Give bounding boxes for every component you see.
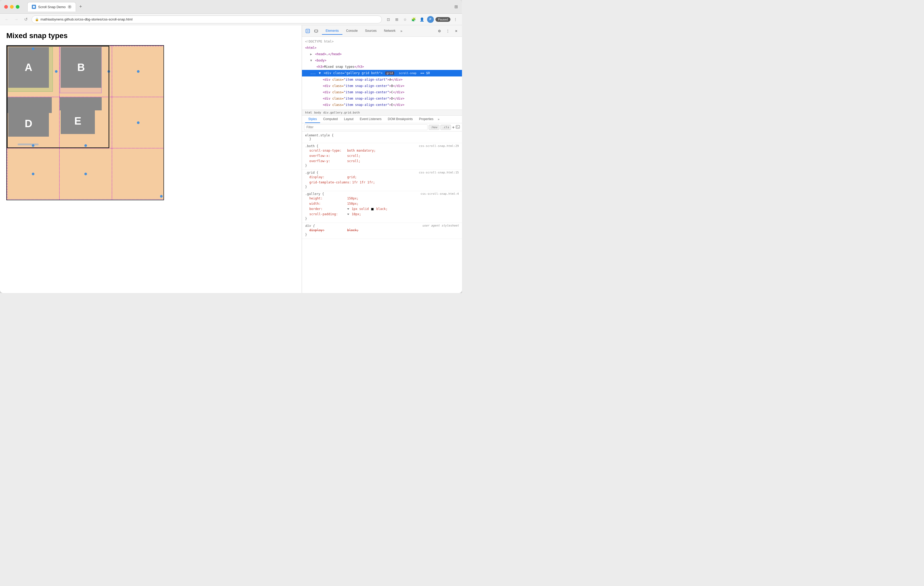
tab-console[interactable]: Console <box>342 27 361 35</box>
style-tabs-more[interactable]: » <box>437 117 439 121</box>
dt-right-controls: ⚙ ⋮ × <box>436 27 460 35</box>
dom-tree: <!DOCTYPE html> <html> ▶ <head>…</head> … <box>302 37 462 110</box>
css-prop-display-grid[interactable]: display: grid; <box>305 175 459 180</box>
filter-aa-button[interactable] <box>456 125 460 130</box>
profile-icon[interactable]: 👤 <box>419 16 426 23</box>
css-rule-both: .both { css-scroll-snap.html:29 scroll-s… <box>302 143 462 170</box>
dom-line-item-c[interactable]: <div class="item snap-align-center">C</d… <box>302 89 462 96</box>
filter-cls-button[interactable]: .cls <box>441 125 451 130</box>
css-rule-selector[interactable]: element.style { <box>305 134 459 137</box>
snap-dot-i-bottom-right <box>160 195 163 198</box>
tab-sources[interactable]: Sources <box>361 27 380 35</box>
css-prop-border[interactable]: border: 1px solid black; <box>305 206 459 211</box>
reload-button[interactable]: ↺ <box>22 16 30 23</box>
css-prop-scroll-snap-type[interactable]: scroll-snap-type: both mandatory; <box>305 148 459 153</box>
filter-bar: :hov .cls + <box>302 123 462 131</box>
css-prop-overflow-y[interactable]: overflow-y: scroll; <box>305 158 459 164</box>
style-tabs: Styles Computed Layout Event Listeners D… <box>302 116 462 123</box>
tab-title: Scroll Snap Demo <box>38 5 66 9</box>
tab-elements[interactable]: Elements <box>322 27 342 35</box>
css-prop-width[interactable]: width: 150px; <box>305 201 459 206</box>
tab-network[interactable]: Network <box>380 27 399 35</box>
item-a-label: A <box>8 47 49 88</box>
dom-line-doctype[interactable]: <!DOCTYPE html> <box>302 38 462 45</box>
dom-line-html[interactable]: <html> <box>302 45 462 51</box>
dom-line-item-b[interactable]: <div class="item snap-align-center">B</d… <box>302 83 462 89</box>
css-prop-overflow-x[interactable]: overflow-x: scroll; <box>305 153 459 158</box>
svg-rect-2 <box>307 30 309 32</box>
tab-layout[interactable]: Layout <box>341 116 356 123</box>
dt-toolbar: Elements Console Sources Network » ⚙ ⋮ × <box>302 25 462 37</box>
snap-item-h <box>59 148 112 200</box>
snap-dot-f-center <box>137 121 140 124</box>
dom-line-body[interactable]: ▼ <body> <box>302 57 462 64</box>
css-prop-grid-template[interactable]: grid-template-columns: 1fr 1fr 1fr; <box>305 180 459 185</box>
profile-avatar[interactable]: P <box>427 16 434 23</box>
tab-close-button[interactable]: × <box>68 5 71 9</box>
tab-properties[interactable]: Properties <box>416 116 437 123</box>
snap-dot-a-right <box>55 70 58 73</box>
new-tab-button[interactable]: + <box>77 3 84 10</box>
dom-line-gallery[interactable]: ... ▼ <div class="gallery grid both"> gr… <box>302 70 462 76</box>
close-traffic-light[interactable] <box>4 5 8 9</box>
css-rule-element-style: element.style { } <box>302 132 462 143</box>
inspector-tool-button[interactable] <box>304 27 312 35</box>
dt-tab-bar: Elements Console Sources Network » <box>322 27 403 35</box>
minimize-traffic-light[interactable] <box>10 5 14 9</box>
address-bar[interactable]: 🔒 mathiasbynens.github.io/css-dbg-storie… <box>31 15 382 23</box>
svg-rect-4 <box>316 32 317 33</box>
css-selector-both[interactable]: .both { css-scroll-snap.html:29 <box>305 144 459 148</box>
css-prop-display-block[interactable]: display: block; <box>305 228 459 233</box>
extensions-nav-icon[interactable]: 🧩 <box>410 16 417 23</box>
more-tabs-button[interactable]: » <box>400 29 403 33</box>
forward-button[interactable]: → <box>13 16 20 23</box>
back-button[interactable]: ← <box>3 16 10 23</box>
snap-dot-a-top <box>32 48 35 50</box>
tab-computed[interactable]: Computed <box>320 116 341 123</box>
dom-line-h3[interactable]: <h3>Mixed snap types</h3> <box>302 64 462 70</box>
tab-styles[interactable]: Styles <box>305 116 320 123</box>
css-styles-panel: element.style { } .both { css-scroll-sna… <box>302 131 462 293</box>
snap-dot-c-center <box>137 70 140 73</box>
dom-line-item-e[interactable]: <div class="item snap-align-center">E</d… <box>302 102 462 108</box>
snap-dot-h-center <box>84 173 87 175</box>
css-prop-scroll-padding[interactable]: scroll-padding: 10px; <box>305 211 459 217</box>
more-menu-button[interactable]: ⋮ <box>452 16 459 23</box>
page-content: Mixed snap types A <box>0 25 302 293</box>
bookmark-icon[interactable]: ☆ <box>402 16 409 23</box>
tab-event-listeners[interactable]: Event Listeners <box>356 116 385 123</box>
tab-dom-breakpoints[interactable]: DOM Breakpoints <box>385 116 416 123</box>
dom-line-head[interactable]: ▶ <head>…</head> <box>302 51 462 57</box>
maximize-traffic-light[interactable] <box>16 5 20 9</box>
css-prop-height[interactable]: height: 150px; <box>305 196 459 201</box>
paused-button[interactable]: Paused <box>436 17 450 22</box>
filter-hov-button[interactable]: :hov <box>429 125 439 130</box>
css-selector-div[interactable]: div { user agent stylesheet <box>305 224 459 228</box>
devtools-close-button[interactable]: × <box>452 27 460 35</box>
css-selector-grid[interactable]: .grid { css-scroll-snap.html:15 <box>305 171 459 175</box>
main-content: Mixed snap types A <box>0 25 462 293</box>
active-tab[interactable]: Scroll Snap Demo × <box>27 2 76 12</box>
snap-item-g <box>7 148 59 200</box>
svg-rect-3 <box>315 30 318 32</box>
svg-rect-5 <box>456 125 460 129</box>
breadcrumb-gallery[interactable]: div.gallery.grid.both <box>323 111 360 114</box>
filter-input[interactable] <box>304 124 427 130</box>
apps-icon[interactable]: ⊞ <box>393 16 400 23</box>
css-selector-gallery[interactable]: .gallery { css-scroll-snap.html:4 <box>305 192 459 196</box>
devtools-settings-button[interactable]: ⚙ <box>436 27 443 35</box>
scrollbar-d-h[interactable] <box>18 144 39 145</box>
device-toolbar-button[interactable] <box>312 27 320 35</box>
breadcrumb-html[interactable]: html <box>305 111 312 114</box>
snap-dot-g-center <box>32 173 35 175</box>
filter-plus-button[interactable]: + <box>452 125 455 130</box>
snap-item-c <box>112 46 164 97</box>
dom-line-item-d[interactable]: <div class="item snap-align-center">D</d… <box>302 96 462 102</box>
snap-demo-container[interactable]: A B <box>6 45 164 200</box>
dom-line-item-a[interactable]: <div class="item snap-align-start">A</di… <box>302 76 462 83</box>
devtools-menu-button[interactable]: ⋮ <box>444 27 452 35</box>
extensions-icon[interactable]: ⊞ <box>454 4 458 9</box>
cast-icon[interactable]: ⊡ <box>385 16 392 23</box>
breadcrumb-body[interactable]: body <box>314 111 322 114</box>
snap-dot-d-bottom <box>32 144 35 147</box>
